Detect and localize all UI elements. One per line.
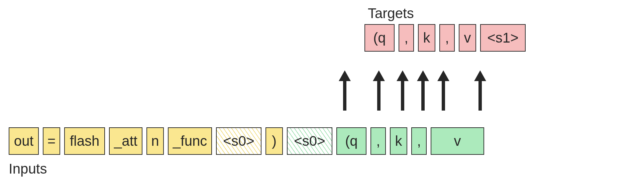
inputs-label: Inputs [9, 161, 47, 177]
input-token: <s0> [216, 127, 261, 155]
prediction-arrow-icon [416, 70, 430, 111]
input-token: _func [168, 127, 212, 155]
target-token: , [399, 24, 414, 52]
input-token: out [9, 127, 39, 155]
input-token: <s0> [287, 127, 332, 155]
target-token: (q [364, 24, 395, 52]
input-token: (q [336, 127, 366, 155]
input-token: _att [109, 127, 142, 155]
targets-row: (q,k,v<s1> [364, 24, 526, 52]
prediction-arrow-icon [372, 70, 386, 111]
target-token: <s1> [480, 24, 526, 52]
target-token: k [418, 24, 435, 52]
input-token: = [43, 127, 60, 155]
input-token: v [431, 127, 484, 155]
input-token: , [411, 127, 427, 155]
prediction-arrow-icon [338, 70, 351, 111]
targets-label: Targets [368, 5, 414, 21]
prediction-arrow-icon [396, 70, 409, 111]
input-token: k [390, 127, 407, 155]
prediction-arrow-icon [473, 70, 487, 111]
input-token: flash [64, 127, 105, 155]
input-token: , [370, 127, 386, 155]
token-prediction-diagram: Targets (q,k,v<s1> out=flash_attn_func<s… [0, 0, 644, 191]
target-token: v [459, 24, 476, 52]
inputs-row: out=flash_attn_func<s0>)<s0>(q,k,v [9, 127, 484, 155]
input-token: ) [265, 127, 283, 155]
target-token: , [439, 24, 455, 52]
input-token: n [146, 127, 164, 155]
prediction-arrow-icon [437, 70, 450, 111]
